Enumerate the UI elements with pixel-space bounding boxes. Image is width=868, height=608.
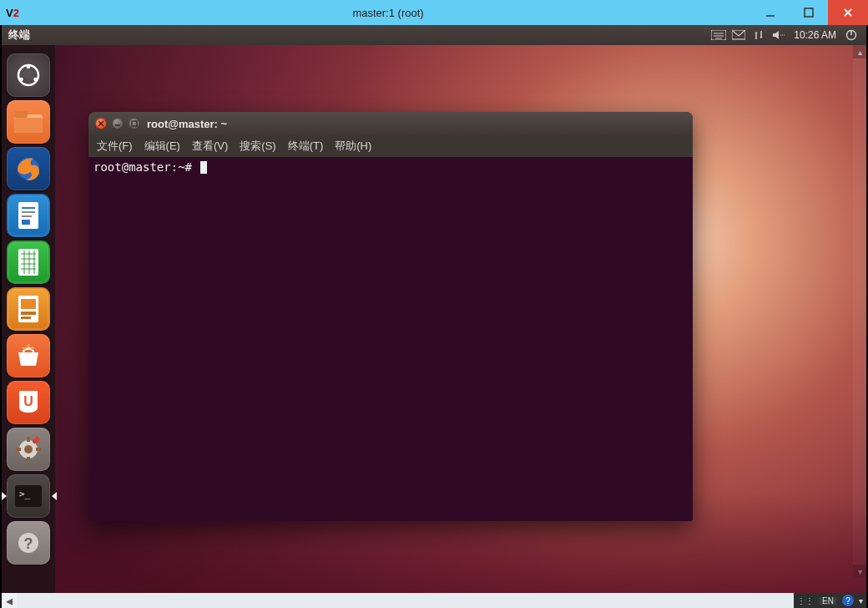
tray-help-icon[interactable]: ? — [842, 595, 854, 606]
unity-launcher: U >_ ? — [2, 45, 55, 593]
tray-lang[interactable]: EN — [819, 596, 837, 605]
terminal-body[interactable]: root@master:~# — [88, 157, 693, 521]
launcher-impress[interactable] — [7, 287, 50, 331]
svg-point-14 — [27, 65, 31, 69]
svg-rect-43 — [27, 437, 30, 442]
svg-marker-9 — [773, 31, 779, 39]
launcher-software-center[interactable] — [7, 334, 50, 377]
terminal-menubar: 文件(F) 编辑(E) 查看(V) 搜索(S) 终端(T) 帮助(H) — [88, 135, 693, 157]
host-scroll-track[interactable] — [17, 593, 794, 608]
launcher-firefox[interactable] — [7, 147, 50, 190]
host-status-tray: ⋮⋮ EN ? ▾ — [794, 593, 866, 608]
vnc-app-icon: V2 — [0, 0, 25, 25]
svg-point-15 — [19, 78, 23, 82]
terminal-window[interactable]: root@master: ~ 文件(F) 编辑(E) 查看(V) 搜索(S) 终… — [88, 112, 693, 521]
launcher-ubuntu-one[interactable]: U — [7, 381, 50, 424]
sound-indicator-icon[interactable] — [769, 30, 789, 40]
svg-rect-1 — [805, 8, 813, 17]
svg-rect-23 — [22, 211, 35, 213]
svg-rect-25 — [22, 220, 30, 225]
svg-point-16 — [33, 78, 38, 82]
svg-point-39 — [31, 347, 34, 350]
host-scroll-left-icon[interactable]: ◂ — [2, 593, 17, 608]
vnc-client-area: 终端 10:26 AM — [0, 25, 868, 608]
session-indicator-icon[interactable] — [841, 29, 861, 41]
close-button[interactable] — [828, 0, 868, 25]
terminal-close-button[interactable] — [95, 118, 107, 129]
terminal-titlebar[interactable]: root@master: ~ — [88, 112, 693, 135]
scroll-down-icon[interactable]: ▾ — [853, 565, 866, 578]
svg-point-38 — [23, 347, 26, 350]
window-controls — [751, 0, 868, 25]
svg-text:?: ? — [24, 535, 33, 552]
vnc-titlebar[interactable]: V2 master:1 (root) — [0, 0, 868, 25]
launcher-files[interactable] — [7, 100, 50, 144]
menu-edit[interactable]: 编辑(E) — [144, 139, 180, 154]
terminal-title: root@master: ~ — [147, 118, 227, 130]
tray-caret-icon[interactable]: ▾ — [859, 596, 863, 605]
svg-rect-44 — [27, 457, 30, 462]
svg-text:>_: >_ — [19, 489, 31, 499]
svg-text:U: U — [23, 394, 33, 408]
maximize-button[interactable] — [790, 0, 828, 25]
clock[interactable]: 10:26 AM — [794, 29, 836, 41]
minimize-button[interactable] — [751, 0, 790, 25]
svg-rect-24 — [22, 215, 32, 217]
vnc-window: V2 master:1 (root) 终端 10:26 AM — [0, 0, 868, 608]
svg-rect-18 — [14, 111, 28, 118]
menu-help[interactable]: 帮助(H) — [335, 139, 371, 154]
launcher-terminal[interactable]: >_ — [7, 474, 50, 518]
launcher-calc[interactable] — [7, 241, 50, 284]
svg-point-47 — [24, 445, 33, 453]
desktop-scrollbar[interactable]: ▴ ▾ — [853, 45, 866, 578]
menu-search[interactable]: 搜索(S) — [240, 139, 275, 154]
menu-view[interactable]: 查看(V) — [192, 139, 228, 154]
svg-rect-37 — [21, 317, 31, 319]
scroll-up-icon[interactable]: ▴ — [853, 45, 866, 58]
ubuntu-desktop[interactable]: 终端 10:26 AM — [2, 25, 866, 593]
svg-point-40 — [27, 344, 30, 347]
terminal-prompt: root@master:~# — [93, 160, 199, 174]
menu-file[interactable]: 文件(F) — [97, 139, 133, 154]
svg-rect-45 — [16, 448, 21, 451]
launcher-help[interactable]: ? — [7, 521, 50, 565]
svg-rect-26 — [18, 249, 38, 276]
svg-rect-35 — [21, 299, 36, 309]
launcher-settings[interactable] — [7, 428, 50, 471]
terminal-cursor — [200, 161, 207, 174]
terminal-maximize-button[interactable] — [129, 118, 140, 129]
svg-rect-55 — [132, 121, 137, 126]
mail-indicator-icon[interactable] — [729, 30, 749, 40]
terminal-minimize-button[interactable] — [112, 118, 124, 129]
active-app-label: 终端 — [8, 28, 30, 43]
vnc-window-title: master:1 (root) — [25, 0, 751, 25]
tray-grip-icon: ⋮⋮ — [797, 596, 814, 605]
svg-rect-22 — [22, 207, 35, 209]
network-indicator-icon[interactable] — [749, 29, 769, 41]
svg-rect-36 — [21, 312, 36, 315]
keyboard-indicator-icon[interactable] — [709, 30, 729, 40]
terminal-window-controls — [95, 118, 140, 129]
launcher-writer[interactable] — [7, 194, 50, 237]
host-scrollbar: ◂ ⋮⋮ EN ? ▾ — [2, 593, 866, 608]
ubuntu-top-bar: 终端 10:26 AM — [2, 25, 866, 45]
menu-terminal[interactable]: 终端(T) — [288, 139, 324, 154]
svg-rect-46 — [36, 448, 41, 451]
svg-rect-19 — [14, 118, 43, 133]
launcher-dash[interactable] — [7, 53, 50, 97]
